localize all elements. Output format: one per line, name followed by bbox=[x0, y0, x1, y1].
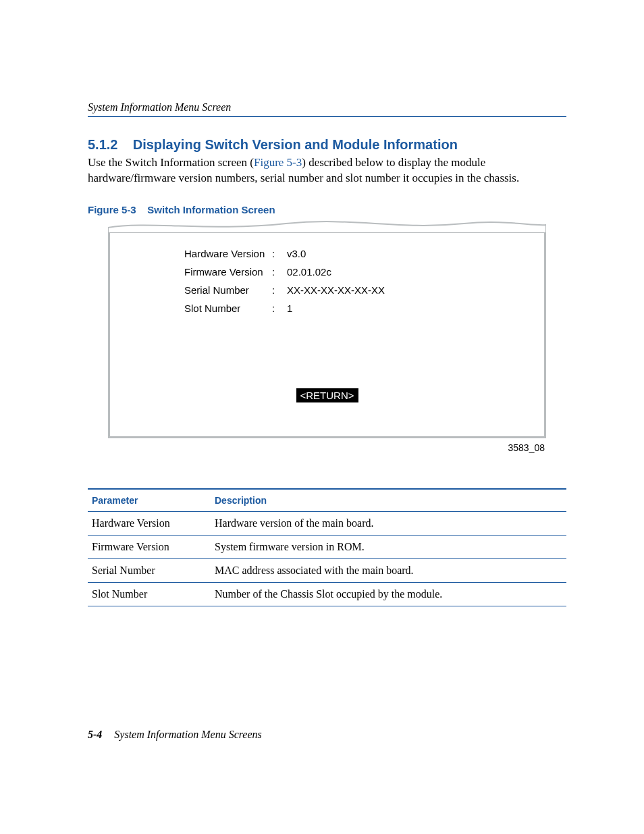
cell-desc: Number of the Chassis Slot occupied by t… bbox=[211, 582, 566, 606]
row-label: Hardware Version bbox=[184, 248, 272, 259]
page-number: 5-4 bbox=[88, 729, 102, 740]
row-value: v3.0 bbox=[287, 248, 306, 259]
parameter-table: Parameter Description Hardware Version H… bbox=[88, 488, 566, 606]
row-value: 1 bbox=[287, 303, 292, 314]
table-row: Hardware Version Hardware version of the… bbox=[88, 511, 566, 535]
intro-paragraph: Use the Switch Information screen (Figur… bbox=[88, 155, 566, 186]
colon: : bbox=[272, 303, 287, 314]
info-row: Firmware Version : 02.01.02c bbox=[184, 266, 385, 278]
cell-desc: System firmware version in ROM. bbox=[211, 535, 566, 558]
info-row: Serial Number : XX-XX-XX-XX-XX-XX bbox=[184, 284, 385, 296]
figure-link[interactable]: Figure 5-3 bbox=[254, 156, 302, 169]
page-footer: 5-4 System Information Menu Screens bbox=[88, 729, 262, 741]
colon: : bbox=[272, 248, 287, 259]
figure-caption: Figure 5-3 Switch Information Screen bbox=[88, 204, 566, 215]
colon: : bbox=[272, 266, 287, 278]
figure: Hardware Version : v3.0 Firmware Version… bbox=[88, 229, 566, 453]
cell-param: Slot Number bbox=[88, 582, 211, 606]
torn-edge-icon bbox=[108, 219, 546, 233]
heading-number: 5.1.2 bbox=[88, 137, 117, 152]
table-header-parameter: Parameter bbox=[88, 489, 211, 512]
row-label: Slot Number bbox=[184, 303, 272, 314]
figure-caption-title: Switch Information Screen bbox=[147, 204, 275, 215]
page: System Information Menu Screen 5.1.2 Dis… bbox=[0, 0, 644, 834]
row-label: Firmware Version bbox=[184, 266, 272, 278]
intro-pre: Use the Switch Information screen ( bbox=[88, 156, 254, 169]
table-row: Firmware Version System firmware version… bbox=[88, 535, 566, 558]
cell-param: Hardware Version bbox=[88, 511, 211, 535]
row-label: Serial Number bbox=[184, 284, 272, 296]
table-row: Slot Number Number of the Chassis Slot o… bbox=[88, 582, 566, 606]
table-header-description: Description bbox=[211, 489, 566, 512]
running-header: System Information Menu Screen bbox=[88, 101, 566, 117]
row-value: 02.01.02c bbox=[287, 266, 331, 278]
section-heading: 5.1.2 Displaying Switch Version and Modu… bbox=[88, 137, 566, 153]
info-row: Hardware Version : v3.0 bbox=[184, 248, 385, 259]
cell-desc: MAC address associated with the main boa… bbox=[211, 558, 566, 582]
colon: : bbox=[272, 284, 287, 296]
table-row: Serial Number MAC address associated wit… bbox=[88, 558, 566, 582]
return-button[interactable]: <RETURN> bbox=[296, 388, 358, 402]
cell-desc: Hardware version of the main board. bbox=[211, 511, 566, 535]
cell-param: Firmware Version bbox=[88, 535, 211, 558]
info-rows: Hardware Version : v3.0 Firmware Version… bbox=[184, 248, 385, 321]
cell-param: Serial Number bbox=[88, 558, 211, 582]
info-row: Slot Number : 1 bbox=[184, 303, 385, 314]
footer-title: System Information Menu Screens bbox=[114, 729, 261, 740]
figure-caption-label: Figure 5-3 bbox=[88, 204, 136, 215]
heading-title: Displaying Switch Version and Module Inf… bbox=[133, 137, 458, 152]
terminal-screen: Hardware Version : v3.0 Firmware Version… bbox=[108, 229, 546, 438]
row-value: XX-XX-XX-XX-XX-XX bbox=[287, 284, 385, 296]
figure-id: 3583_08 bbox=[88, 442, 545, 453]
